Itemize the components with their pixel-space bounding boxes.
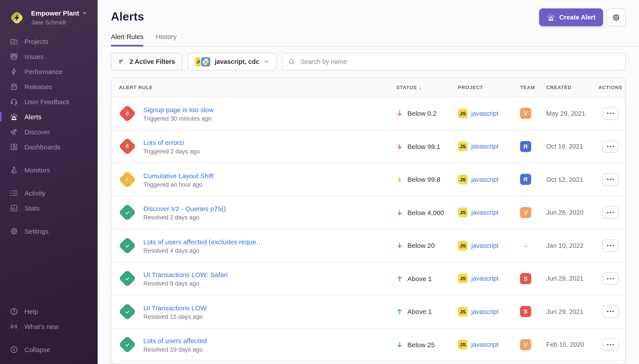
sidebar-item-alerts[interactable]: Alerts — [0, 109, 98, 124]
tab-history[interactable]: History — [156, 33, 177, 46]
platform-badges: JS — [195, 57, 210, 66]
alert-rule-link[interactable]: Lots of users affected — [143, 336, 207, 346]
alert-rule-activity: Resolved 19 days ago — [143, 346, 207, 353]
row-actions-button[interactable] — [602, 306, 618, 318]
project-link[interactable]: javascript — [471, 275, 499, 282]
sidebar-item-releases[interactable]: Releases — [0, 79, 98, 94]
column-header[interactable]: Created — [546, 85, 595, 90]
alert-rule-link[interactable]: Discover V2 - Queries p75() — [143, 204, 226, 214]
javascript-platform-icon: JS — [458, 142, 468, 152]
status-value: Below 0.2 — [407, 110, 437, 117]
row-actions-button[interactable] — [602, 240, 618, 252]
alert-rule-row: UI Transactions LOW Resolved 15 days ago… — [111, 295, 625, 328]
sidebar-nav-secondary: Monitors — [0, 162, 98, 177]
sidebar-item-whats-new[interactable]: What's new — [0, 319, 98, 334]
project-link[interactable]: javascript — [471, 110, 499, 117]
created-date: Jan 10, 2022 — [546, 242, 595, 249]
alert-rule-activity: Resolved 4 days ago — [143, 248, 263, 254]
sidebar-item-settings[interactable]: Settings — [0, 224, 98, 238]
project-link[interactable]: javascript — [471, 209, 499, 216]
status-cell: Below 99.8 — [396, 176, 458, 183]
alert-rule-link[interactable]: Lots of errors! — [143, 138, 200, 148]
user-name: Jane Schmidt — [31, 19, 87, 26]
create-alert-button[interactable]: Create Alert — [539, 8, 603, 26]
project-filter-dropdown[interactable]: JS javascript, cdc — [187, 53, 277, 70]
team-avatar: S — [520, 273, 531, 284]
team-cell: V — [520, 339, 546, 350]
projects-icon — [10, 37, 18, 46]
tab-bar: Alert Rules History — [98, 33, 639, 46]
sidebar-item-performance[interactable]: Performance — [0, 64, 98, 79]
trend-arrow-icon — [396, 209, 403, 216]
project-cell: JS javascript — [458, 175, 520, 184]
table-header-row: Alert Rule Status ↓ Project Team Created — [111, 78, 625, 97]
sidebar-item-dashboards[interactable]: Dashboards — [0, 139, 98, 154]
team-cell: S — [520, 306, 546, 317]
sidebar-item-issues[interactable]: Issues — [0, 49, 98, 64]
active-filters-button[interactable]: 2 Active Filters — [111, 53, 182, 70]
column-header[interactable]: Alert Rule — [111, 85, 396, 90]
sidebar-item-monitors[interactable]: Monitors — [0, 162, 98, 177]
alert-rule-link[interactable]: Lots of users affected (excludes reque… — [143, 237, 263, 246]
created-date: Oct 12, 2021 — [546, 176, 595, 183]
sidebar: Empower Plant Jane Schmidt Projects Issu… — [0, 0, 98, 364]
alert-rule-link[interactable]: Cumulative Layout Shift — [143, 171, 214, 180]
trend-arrow-icon — [396, 275, 403, 282]
project-cell: JS javascript — [458, 142, 520, 152]
project-cell: JS javascript — [458, 208, 520, 218]
monitors-icon — [10, 166, 18, 174]
status-value: Above 1 — [407, 308, 432, 316]
sidebar-item-activity[interactable]: Activity — [0, 185, 98, 200]
alert-settings-button[interactable] — [607, 8, 626, 26]
row-actions-button[interactable] — [602, 206, 618, 219]
column-header[interactable]: Actions — [595, 85, 625, 90]
alert-rule-link[interactable]: Signup page is too slow — [143, 105, 214, 114]
sidebar-item-help[interactable]: Help — [0, 304, 98, 319]
status-cell: Below 0.2 — [396, 110, 458, 117]
check-icon — [124, 341, 131, 348]
project-cell: JS javascript — [458, 241, 520, 250]
alert-rule-row: Cumulative Layout Shift Triggered an hou… — [111, 163, 625, 196]
sidebar-item-discover[interactable]: Discover — [0, 124, 98, 139]
status-value: Below 25 — [407, 341, 435, 348]
javascript-platform-icon: JS — [458, 241, 468, 250]
sidebar-item-user-feedback[interactable]: User Feedback — [0, 94, 98, 109]
project-link[interactable]: javascript — [471, 242, 499, 249]
row-actions-button[interactable] — [602, 272, 618, 285]
project-cell: JS javascript — [458, 307, 520, 316]
status-cell: Below 20 — [396, 242, 458, 250]
sidebar-nav-tertiary: Activity Stats — [0, 185, 98, 216]
team-avatar: V — [520, 207, 531, 218]
performance-icon — [10, 67, 18, 76]
row-actions-button[interactable] — [602, 338, 618, 351]
team-cell: R — [520, 174, 546, 185]
row-actions-button[interactable] — [602, 140, 618, 153]
project-cell: JS javascript — [458, 274, 520, 284]
sidebar-item-projects[interactable]: Projects — [0, 34, 98, 49]
column-header[interactable]: Team — [520, 85, 546, 90]
chevron-down-icon — [82, 11, 87, 16]
project-link[interactable]: javascript — [471, 176, 499, 183]
column-header[interactable]: Status ↓ — [396, 84, 458, 91]
flame-icon — [124, 143, 131, 150]
row-actions-button[interactable] — [602, 107, 618, 120]
alert-rule-link[interactable]: UI Transactions LOW: Safari — [143, 270, 228, 280]
tab-alert-rules[interactable]: Alert Rules — [111, 33, 144, 46]
javascript-platform-icon: JS — [458, 340, 468, 350]
row-actions-button[interactable] — [602, 173, 618, 186]
feedback-icon — [10, 97, 18, 106]
gear-icon — [612, 13, 620, 22]
sidebar-collapse-button[interactable]: Collapse — [0, 342, 98, 357]
project-link[interactable]: javascript — [471, 143, 499, 150]
search-box — [282, 53, 626, 70]
alert-rule-link[interactable]: UI Transactions LOW — [143, 303, 207, 312]
sidebar-item-stats[interactable]: Stats — [0, 200, 98, 216]
created-date: Oct 19, 2021 — [546, 143, 595, 150]
alert-rule-row: Lots of users affected Resolved 19 days … — [111, 328, 625, 361]
org-switcher[interactable]: Empower Plant Jane Schmidt — [0, 4, 98, 34]
created-date: Jun 29, 2021 — [546, 308, 595, 315]
search-input[interactable] — [299, 58, 619, 66]
project-link[interactable]: javascript — [471, 341, 499, 348]
column-header[interactable]: Project — [458, 85, 520, 90]
project-link[interactable]: javascript — [471, 308, 499, 315]
